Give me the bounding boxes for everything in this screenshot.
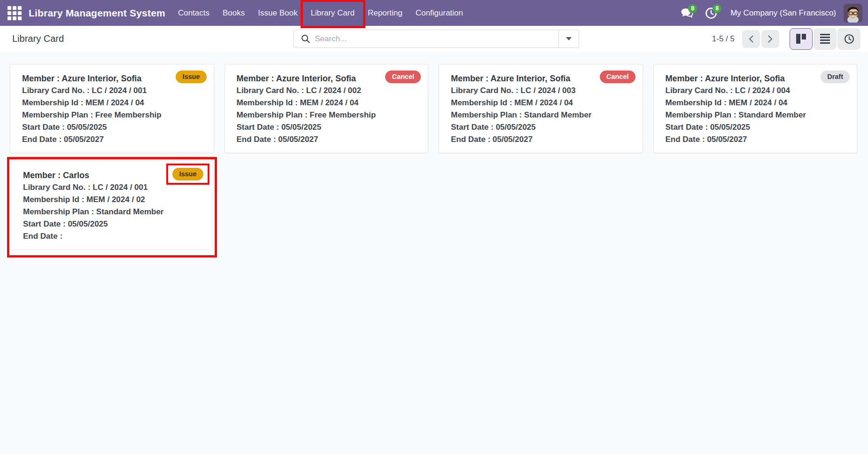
card-field-line: End Date : 05/05/2027 [237, 133, 420, 146]
card-field-line: End Date : 05/05/2027 [451, 133, 634, 146]
company-switcher[interactable]: My Company (San Francisco) [730, 8, 836, 18]
card-lines: Library Card No. : LC / 2024 / 001Member… [22, 85, 205, 146]
top-navbar: Library Management System Contacts Books… [0, 0, 868, 26]
card-field-line: Membership Id : MEM / 2024 / 04 [22, 97, 205, 109]
card-field-line: Library Card No. : LC / 2024 / 004 [666, 85, 849, 97]
card-field-line: Membership Plan : Free Membership [237, 109, 420, 121]
card-field-line: End Date : 05/05/2027 [666, 133, 849, 146]
status-badge-box: Cancel [600, 70, 636, 83]
card-lines: Library Card No. : LC / 2024 / 004Member… [666, 85, 849, 146]
pager-next-button[interactable] [761, 30, 779, 48]
activities-button[interactable]: 8 [703, 5, 719, 21]
menu-item-books[interactable]: Books [216, 5, 251, 22]
status-badge: Cancel [385, 70, 421, 83]
library-card-kanban-card[interactable]: Member : Azure Interior, Sofia Library C… [225, 64, 429, 153]
activity-clock-icon [844, 34, 854, 44]
card-field-line: Start Date : 05/05/2025 [23, 218, 204, 230]
kanban-view-button[interactable] [790, 28, 813, 50]
chevron-left-icon [748, 35, 754, 43]
status-badge-box: Cancel [385, 70, 421, 83]
card-lines: Library Card No. : LC / 2024 / 002Member… [237, 85, 420, 146]
status-badge: Cancel [600, 70, 636, 83]
card-field-line: Start Date : 05/05/2025 [451, 121, 634, 133]
library-card-kanban-card[interactable]: Member : Azure Interior, Sofia Library C… [439, 64, 643, 153]
menu-item-reporting[interactable]: Reporting [361, 5, 409, 22]
apps-menu-button[interactable] [5, 3, 24, 23]
library-card-kanban-card[interactable]: Member : Carlos Library Card No. : LC / … [11, 161, 213, 250]
kanban-view-icon [796, 34, 806, 44]
chevron-down-icon [566, 37, 572, 40]
user-avatar[interactable] [844, 4, 862, 23]
card-field-line: Start Date : 05/05/2025 [237, 121, 420, 133]
kanban-card-cell: Member : Azure Interior, Sofia Library C… [225, 64, 429, 153]
menu-item-configuration[interactable]: Configuration [409, 5, 470, 22]
activities-count-badge: 8 [713, 4, 721, 13]
library-card-kanban-card[interactable]: Member : Azure Interior, Sofia Library C… [10, 64, 214, 153]
main-menu: Contacts Books Issue Book Library Card R… [171, 5, 470, 22]
list-view-button[interactable] [814, 28, 837, 50]
control-panel: Library Card 1-5 / 5 [0, 26, 868, 52]
card-field-line: End Date : 05/05/2027 [22, 133, 205, 146]
activity-view-button[interactable] [837, 28, 860, 50]
search-icon [301, 34, 310, 43]
card-field-line: Membership Plan : Standard Member [23, 206, 204, 218]
card-field-line: Start Date : 05/05/2025 [666, 121, 849, 133]
card-field-line: Library Card No. : LC / 2024 / 002 [237, 85, 420, 97]
search-input[interactable] [315, 34, 558, 44]
search-bar [294, 30, 579, 48]
status-badge-box: Issue [166, 164, 209, 185]
card-field-line: Membership Id : MEM / 2024 / 02 [23, 194, 204, 206]
pager-range: 1-5 / 5 [712, 34, 735, 44]
card-field-line: Library Card No. : LC / 2024 / 003 [451, 85, 634, 97]
card-field-line: Membership Plan : Standard Member [451, 109, 634, 121]
status-badge: Issue [172, 168, 203, 180]
menu-item-library-card[interactable]: Library Card [304, 5, 361, 22]
systray: 8 8 My Company (San Francisco) [679, 4, 862, 23]
search-options-toggle[interactable] [559, 30, 579, 47]
kanban-card-cell: Member : Azure Interior, Sofia Library C… [10, 64, 214, 153]
breadcrumb-page-title: Library Card [12, 33, 64, 44]
kanban-card-cell: Member : Azure Interior, Sofia Library C… [439, 64, 643, 153]
card-lines: Library Card No. : LC / 2024 / 003Member… [451, 85, 634, 146]
pager-previous-button[interactable] [742, 30, 760, 48]
list-view-icon [820, 34, 830, 44]
status-badge: Issue [176, 70, 206, 83]
card-field-line: Membership Id : MEM / 2024 / 04 [666, 97, 849, 109]
messages-count-badge: 8 [688, 4, 697, 13]
library-card-kanban-card[interactable]: Member : Azure Interior, Sofia Library C… [653, 64, 858, 153]
grid-apps-icon [8, 6, 22, 20]
view-switcher [790, 28, 860, 50]
messages-button[interactable]: 8 [679, 5, 695, 21]
card-field-line: Membership Plan : Standard Member [666, 109, 849, 121]
card-field-line: End Date : [23, 230, 204, 243]
menu-item-contacts[interactable]: Contacts [171, 5, 216, 22]
chevron-right-icon [767, 35, 774, 43]
app-brand-title[interactable]: Library Management System [29, 8, 165, 19]
card-field-line: Library Card No. : LC / 2024 / 001 [22, 85, 205, 97]
card-field-line: Membership Id : MEM / 2024 / 04 [451, 97, 634, 109]
user-avatar-icon [844, 4, 862, 23]
card-field-line: Start Date : 05/05/2025 [22, 121, 205, 133]
status-badge: Draft [821, 70, 850, 83]
card-lines: Library Card No. : LC / 2024 / 001Member… [23, 181, 204, 243]
menu-item-issue-book[interactable]: Issue Book [251, 5, 304, 22]
kanban-view: Member : Azure Interior, Sofia Library C… [0, 52, 868, 454]
kanban-grid: Member : Azure Interior, Sofia Library C… [10, 64, 857, 258]
status-badge-box: Issue [176, 70, 206, 83]
kanban-card-cell: Member : Azure Interior, Sofia Library C… [653, 64, 858, 153]
card-field-line: Membership Plan : Free Membership [22, 109, 205, 121]
annotated-kanban-card-cell: Member : Carlos Library Card No. : LC / … [7, 157, 217, 258]
status-badge-box: Draft [821, 70, 850, 83]
card-field-line: Membership Id : MEM / 2024 / 04 [237, 97, 420, 109]
